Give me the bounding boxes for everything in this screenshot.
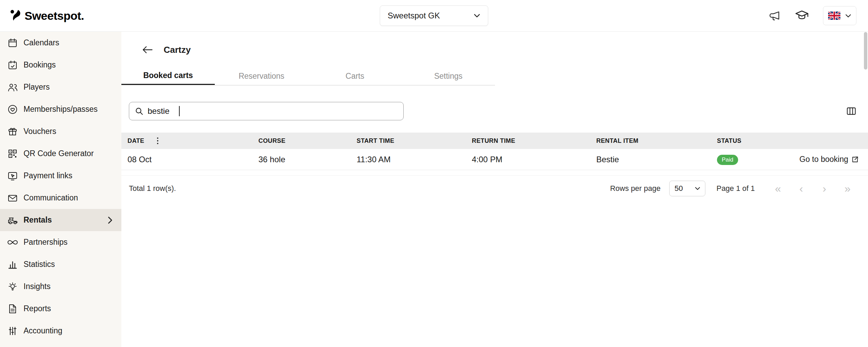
club-selector-value: Sweetspot GK — [388, 11, 440, 20]
cell-course: 36 hole — [258, 155, 357, 164]
kebab-menu-icon[interactable] — [156, 137, 159, 145]
sidebar-item-label: Memberships/passes — [24, 105, 98, 114]
membership-heart-icon — [7, 104, 18, 115]
table-columns-icon — [846, 106, 856, 116]
cell-action: Go to booking — [769, 155, 868, 164]
sidebar-item-label: Communication — [24, 193, 78, 202]
last-page-button[interactable]: » — [841, 182, 854, 195]
sidebar-item-label: QR Code Generator — [24, 149, 94, 158]
header-actions — [768, 6, 856, 25]
chevron-right-icon — [108, 216, 113, 224]
announcements-button[interactable] — [768, 10, 781, 22]
sidebar-item-communication[interactable]: Communication — [0, 187, 121, 209]
sidebar-item-label: Players — [24, 82, 50, 92]
back-button[interactable] — [142, 45, 153, 54]
sidebar-item-label: Reports — [24, 304, 51, 313]
scrollbar[interactable] — [864, 32, 867, 70]
tab-reservations[interactable]: Reservations — [215, 67, 308, 85]
partnership-icon — [7, 237, 18, 248]
sidebar-item-bookings[interactable]: Bookings — [0, 54, 121, 76]
sidebar-item-memberships[interactable]: Memberships/passes — [0, 98, 121, 120]
envelope-icon — [7, 193, 18, 203]
chevron-down-icon — [695, 187, 700, 190]
tab-bar: Booked carts Reservations Carts Settings — [121, 67, 495, 86]
sidebar-item-rentals[interactable]: Rentals — [0, 209, 121, 231]
text-caret — [179, 106, 180, 116]
table-header: DATE COURSE START TIME RETURN TIME RENTA… — [121, 133, 868, 149]
status-badge: Paid — [717, 155, 738, 165]
rows-per-page-select[interactable]: 50 — [669, 181, 705, 196]
column-header-course: COURSE — [258, 137, 357, 145]
sweetspot-logo-icon — [10, 9, 21, 22]
sidebar: Calendars Bookings Players Memberships/p… — [0, 32, 121, 347]
sidebar-item-label: Vouchers — [24, 127, 56, 136]
sidebar-item-payment-links[interactable]: Payment links — [0, 165, 121, 187]
page-title: Cartzy — [164, 45, 191, 55]
first-page-button[interactable]: « — [771, 182, 785, 195]
tab-booked-carts[interactable]: Booked carts — [121, 67, 215, 85]
cell-rental-item: Bestie — [596, 155, 717, 164]
lightbulb-icon — [7, 281, 18, 292]
rows-per-page-label: Rows per page — [610, 184, 660, 193]
sliders-icon — [7, 326, 18, 336]
megaphone-icon — [768, 10, 781, 22]
sidebar-item-insights[interactable]: Insights — [0, 275, 121, 298]
brand-name: Sweetspot. — [25, 9, 84, 22]
club-selector[interactable]: Sweetspot GK — [380, 5, 488, 26]
cell-date: 08 Oct — [128, 155, 258, 164]
gift-icon — [7, 126, 18, 137]
calendar-check-icon — [7, 60, 18, 71]
graduation-cap-icon — [795, 10, 809, 22]
report-document-icon — [7, 303, 18, 314]
external-link-icon — [852, 156, 858, 163]
brand-logo[interactable]: Sweetspot. — [10, 9, 84, 22]
cell-start-time: 11:30 AM — [357, 155, 472, 164]
sidebar-item-qr-code-generator[interactable]: QR Code Generator — [0, 142, 121, 165]
tab-carts[interactable]: Carts — [308, 67, 402, 85]
column-header-rental-item: RENTAL ITEM — [596, 137, 717, 145]
sidebar-item-calendars[interactable]: Calendars — [0, 32, 121, 54]
sidebar-item-label: Payment links — [24, 171, 72, 180]
cell-return-time: 4:00 PM — [472, 155, 596, 164]
main-content: Cartzy Booked carts Reservations Carts S… — [121, 32, 868, 347]
page-info: Page 1 of 1 — [716, 184, 755, 193]
golf-cart-icon — [7, 215, 18, 226]
chevron-down-icon — [845, 14, 851, 18]
next-page-button[interactable]: › — [818, 182, 831, 195]
sidebar-item-accounting[interactable]: Accounting — [0, 320, 121, 342]
toolbar — [121, 102, 868, 120]
pagination: « ‹ › » — [771, 182, 854, 195]
search-icon — [135, 107, 144, 116]
sidebar-item-label: Accounting — [24, 326, 62, 335]
uk-flag-icon — [828, 12, 840, 20]
sidebar-item-label: Statistics — [24, 260, 55, 269]
sidebar-item-reports[interactable]: Reports — [0, 298, 121, 320]
sidebar-item-label: Bookings — [24, 60, 56, 70]
page-header: Cartzy — [121, 32, 868, 58]
tab-settings[interactable]: Settings — [402, 67, 495, 85]
table-row: 08 Oct 36 hole 11:30 AM 4:00 PM Bestie P… — [121, 149, 868, 170]
sidebar-item-partnerships[interactable]: Partnerships — [0, 231, 121, 253]
sidebar-item-vouchers[interactable]: Vouchers — [0, 120, 121, 142]
table-footer: Total 1 row(s). Rows per page 50 Page 1 … — [121, 180, 868, 197]
column-header-return-time: RETURN TIME — [472, 137, 596, 145]
go-to-booking-link[interactable]: Go to booking — [799, 155, 848, 164]
column-header-date: DATE — [128, 137, 144, 145]
search-box[interactable] — [129, 102, 404, 120]
sidebar-item-label: Partnerships — [24, 238, 68, 247]
previous-page-button[interactable]: ‹ — [794, 182, 808, 195]
pagination-controls: Rows per page 50 Page 1 of 1 « ‹ › » — [610, 181, 854, 196]
search-input[interactable] — [148, 102, 175, 120]
sidebar-item-label: Insights — [24, 282, 50, 291]
sidebar-item-statistics[interactable]: Statistics — [0, 253, 121, 275]
total-rows-text: Total 1 row(s). — [129, 184, 176, 193]
cell-status: Paid — [717, 154, 769, 165]
calendar-icon — [7, 37, 18, 48]
chevron-down-icon — [474, 14, 480, 18]
sidebar-item-players[interactable]: Players — [0, 76, 121, 98]
language-selector[interactable] — [823, 6, 856, 25]
view-columns-button[interactable] — [846, 106, 856, 116]
academy-button[interactable] — [795, 10, 809, 22]
column-header-status: STATUS — [717, 137, 769, 145]
players-icon — [7, 82, 18, 93]
